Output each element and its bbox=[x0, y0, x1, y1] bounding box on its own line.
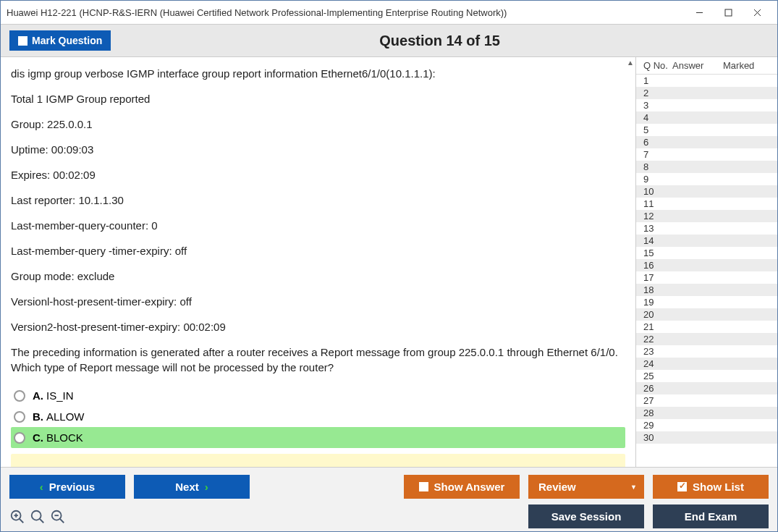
option-letter: B. bbox=[33, 410, 43, 423]
qno-cell: 21 bbox=[643, 321, 672, 332]
next-button[interactable]: Next › bbox=[134, 475, 250, 499]
question-nav-row[interactable]: 11 bbox=[636, 198, 777, 210]
question-nav-row[interactable]: 25 bbox=[636, 370, 777, 382]
question-nav-row[interactable]: 1 bbox=[636, 75, 777, 87]
question-nav-row[interactable]: 23 bbox=[636, 345, 777, 358]
show-list-label: Show List bbox=[693, 481, 744, 493]
show-list-button[interactable]: Show List bbox=[653, 475, 769, 499]
qno-cell: 24 bbox=[643, 358, 672, 369]
mark-checkbox-icon bbox=[18, 36, 28, 46]
review-dropdown[interactable]: Review ▼ bbox=[528, 475, 644, 499]
option-letter: A. bbox=[33, 389, 43, 402]
options-list: A. IS_IN B. ALLOW C. BLOCK bbox=[11, 385, 625, 467]
question-nav-row[interactable]: 2 bbox=[636, 87, 777, 99]
qno-cell: 4 bbox=[643, 112, 672, 123]
qno-cell: 26 bbox=[643, 383, 672, 394]
mark-question-button[interactable]: Mark Question bbox=[9, 30, 111, 51]
question-counter: Question 14 of 15 bbox=[111, 33, 769, 49]
question-nav-list[interactable]: 1234567891011121314151617181920212223242… bbox=[636, 75, 777, 467]
option-a[interactable]: A. IS_IN bbox=[11, 385, 625, 406]
question-nav-row[interactable]: 28 bbox=[636, 407, 777, 419]
question-nav-row[interactable]: 13 bbox=[636, 222, 777, 235]
question-line: Uptime: 00:09:03 bbox=[11, 142, 625, 157]
question-line: Last reporter: 10.1.1.30 bbox=[11, 193, 625, 208]
qno-cell: 12 bbox=[643, 211, 672, 221]
option-b[interactable]: B. ALLOW bbox=[11, 406, 625, 427]
question-nav-row[interactable]: 4 bbox=[636, 111, 777, 124]
question-nav-row[interactable]: 17 bbox=[636, 271, 777, 284]
question-nav-row[interactable]: 7 bbox=[636, 148, 777, 161]
option-c[interactable]: C. BLOCK bbox=[11, 427, 625, 448]
question-nav-row[interactable]: 10 bbox=[636, 185, 777, 198]
question-nav-row[interactable]: 9 bbox=[636, 173, 777, 185]
question-nav-row[interactable]: 26 bbox=[636, 382, 777, 394]
zoom-reset-icon[interactable] bbox=[30, 509, 46, 525]
question-nav-row[interactable]: 12 bbox=[636, 210, 777, 222]
question-nav-row[interactable]: 20 bbox=[636, 308, 777, 321]
qno-cell: 25 bbox=[643, 371, 672, 381]
question-nav-row[interactable]: 22 bbox=[636, 333, 777, 345]
qno-cell: 11 bbox=[643, 198, 672, 209]
radio-icon bbox=[14, 411, 25, 423]
question-nav-row[interactable]: 5 bbox=[636, 124, 777, 136]
svg-line-9 bbox=[40, 518, 44, 523]
question-nav-row[interactable]: 18 bbox=[636, 284, 777, 296]
main-area: ▲ dis igmp group verbose IGMP interface … bbox=[1, 57, 777, 467]
minimize-button[interactable] bbox=[685, 4, 714, 21]
question-line: dis igmp group verbose IGMP interface gr… bbox=[11, 66, 625, 81]
footer-row-2: Save Session End Exam bbox=[9, 504, 769, 528]
qno-cell: 19 bbox=[643, 297, 672, 308]
end-exam-label: End Exam bbox=[685, 510, 737, 523]
zoom-out-icon[interactable] bbox=[50, 509, 66, 525]
question-nav-row[interactable]: 29 bbox=[636, 419, 777, 431]
show-answer-button[interactable]: Show Answer bbox=[404, 475, 520, 499]
qno-cell: 8 bbox=[643, 161, 672, 172]
save-session-label: Save Session bbox=[551, 510, 622, 523]
option-text: IS_IN bbox=[46, 389, 74, 402]
previous-button[interactable]: ‹ Previous bbox=[9, 475, 125, 499]
option-text: ALLOW bbox=[46, 410, 85, 423]
question-line: Last-member-query -timer-expiry: off bbox=[11, 243, 625, 258]
question-line: Versionl-host-present-timer-expiry: off bbox=[11, 294, 625, 309]
col-answer: Answer bbox=[672, 60, 723, 71]
previous-label: Previous bbox=[49, 481, 95, 493]
question-text: dis igmp group verbose IGMP interface gr… bbox=[11, 66, 625, 375]
qno-cell: 15 bbox=[643, 248, 672, 258]
question-nav-row[interactable]: 6 bbox=[636, 136, 777, 148]
checkbox-icon bbox=[419, 482, 428, 491]
qno-cell: 1 bbox=[643, 75, 672, 86]
question-nav-row[interactable]: 30 bbox=[636, 431, 777, 444]
question-nav-row[interactable]: 19 bbox=[636, 296, 777, 308]
end-exam-button[interactable]: End Exam bbox=[653, 504, 769, 528]
save-session-button[interactable]: Save Session bbox=[528, 504, 644, 528]
zoom-controls bbox=[9, 509, 66, 525]
footer: ‹ Previous Next › Show Answer Review ▼ S… bbox=[1, 467, 777, 531]
qno-cell: 7 bbox=[643, 149, 672, 160]
option-letter: C. bbox=[33, 431, 43, 444]
qno-cell: 13 bbox=[643, 223, 672, 234]
chevron-right-icon: › bbox=[205, 481, 208, 493]
question-pane: ▲ dis igmp group verbose IGMP interface … bbox=[1, 57, 636, 467]
col-marked: Marked bbox=[723, 60, 773, 71]
question-nav-row[interactable]: 27 bbox=[636, 394, 777, 407]
question-nav-row[interactable]: 21 bbox=[636, 321, 777, 333]
checkbox-checked-icon bbox=[677, 482, 687, 491]
header-bar: Mark Question Question 14 of 15 bbox=[1, 24, 777, 57]
qno-cell: 20 bbox=[643, 309, 672, 320]
question-scroll[interactable]: ▲ dis igmp group verbose IGMP interface … bbox=[1, 57, 635, 467]
question-nav-row[interactable]: 15 bbox=[636, 247, 777, 259]
radio-icon bbox=[14, 390, 25, 402]
maximize-button[interactable] bbox=[714, 4, 743, 21]
question-line: Group mode: exclude bbox=[11, 269, 625, 284]
close-button[interactable] bbox=[743, 4, 771, 21]
question-nav-row[interactable]: 8 bbox=[636, 161, 777, 173]
question-nav-row[interactable]: 24 bbox=[636, 358, 777, 370]
scroll-up-icon[interactable]: ▲ bbox=[627, 59, 634, 67]
zoom-in-icon[interactable] bbox=[9, 509, 25, 525]
qno-cell: 27 bbox=[643, 395, 672, 406]
question-nav-row[interactable]: 14 bbox=[636, 235, 777, 247]
question-nav-row[interactable]: 16 bbox=[636, 259, 777, 271]
qno-cell: 23 bbox=[643, 346, 672, 357]
question-nav-row[interactable]: 3 bbox=[636, 99, 777, 111]
qno-cell: 16 bbox=[643, 260, 672, 271]
